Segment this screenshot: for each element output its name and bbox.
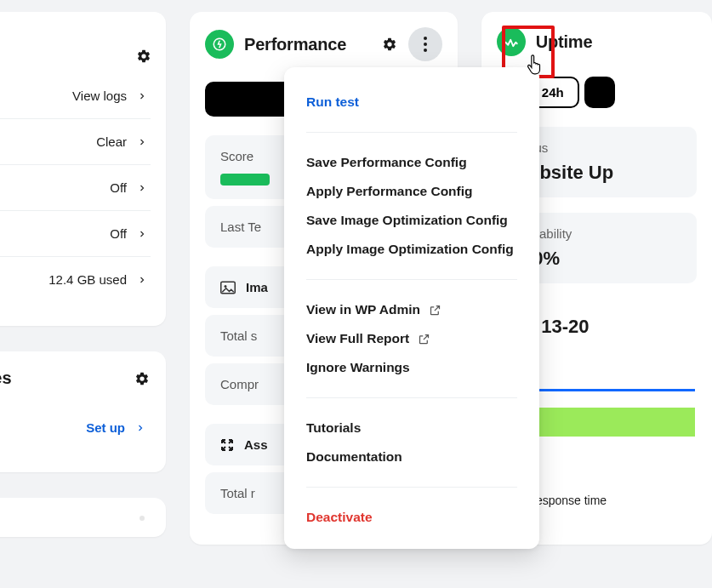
menu-item-apply-img[interactable]: Apply Image Optimization Config <box>306 235 517 264</box>
performance-icon <box>205 30 234 59</box>
row-label: Off <box>110 180 127 195</box>
setup-label: Set up <box>86 420 125 435</box>
menu-item-run-test[interactable]: Run test <box>306 88 517 117</box>
external-link-icon <box>418 333 430 345</box>
svg-point-2 <box>225 285 227 288</box>
card-title-partial: lates <box>0 368 12 388</box>
menu-item-view-wp[interactable]: View in WP Admin <box>306 295 517 324</box>
menu-item-ignore-warnings[interactable]: Ignore Warnings <box>306 353 517 382</box>
chevron-right-icon <box>137 183 147 193</box>
gear-icon[interactable] <box>381 36 398 53</box>
score-bar <box>220 174 270 186</box>
chevron-right-icon <box>137 137 147 147</box>
row-label: Clear <box>96 134 127 149</box>
left-card: View logs Clear Off Off 12.4 GB used <box>0 12 166 326</box>
row-storage[interactable]: 12.4 GB used <box>0 257 151 302</box>
uptime-icon <box>497 27 526 56</box>
left-card-2: lates Set up <box>0 351 166 472</box>
gear-icon[interactable] <box>135 48 152 65</box>
chevron-right-icon <box>137 91 147 101</box>
setup-link[interactable]: Set up <box>0 407 151 448</box>
chevron-right-icon <box>137 229 147 239</box>
chevron-right-icon <box>135 423 145 433</box>
range-option-next[interactable] <box>584 77 615 108</box>
row-label: View logs <box>72 88 127 103</box>
menu-item-save-perf[interactable]: Save Performance Config <box>306 148 517 177</box>
menu-item-view-report[interactable]: View Full Report <box>306 324 517 353</box>
gear-icon[interactable] <box>134 370 151 387</box>
external-link-icon <box>429 304 441 317</box>
tile-label: Ima <box>246 280 268 294</box>
menu-item-tutorials[interactable]: Tutorials <box>306 414 517 442</box>
card-actions-menu: Run test Save Performance Config Apply P… <box>284 67 539 549</box>
row-clear[interactable]: Clear <box>0 119 151 165</box>
chevron-right-icon <box>137 275 147 285</box>
tile-label: Ass <box>244 437 268 452</box>
more-menu-button[interactable] <box>408 27 442 61</box>
menu-item-docs[interactable]: Documentation <box>306 442 517 471</box>
menu-item-deactivate[interactable]: Deactivate <box>306 503 517 532</box>
row-label: 12.4 GB used <box>48 272 127 287</box>
menu-item-save-img[interactable]: Save Image Optimization Config <box>306 206 517 235</box>
gear-icon[interactable] <box>134 510 151 527</box>
cursor-hand-icon <box>526 54 544 76</box>
collapse-icon <box>220 438 234 452</box>
image-icon <box>220 281 236 294</box>
row-off-2[interactable]: Off <box>0 211 151 257</box>
left-card-3 <box>0 498 166 537</box>
row-label: Off <box>110 226 127 241</box>
row-off-1[interactable]: Off <box>0 165 151 211</box>
response-time-line <box>519 389 695 391</box>
card-title: Performance <box>244 35 346 54</box>
menu-item-apply-perf[interactable]: Apply Performance Config <box>306 177 517 206</box>
more-vertical-icon <box>424 37 427 52</box>
card-title: Uptime <box>536 32 593 52</box>
row-view-logs[interactable]: View logs <box>0 73 151 119</box>
